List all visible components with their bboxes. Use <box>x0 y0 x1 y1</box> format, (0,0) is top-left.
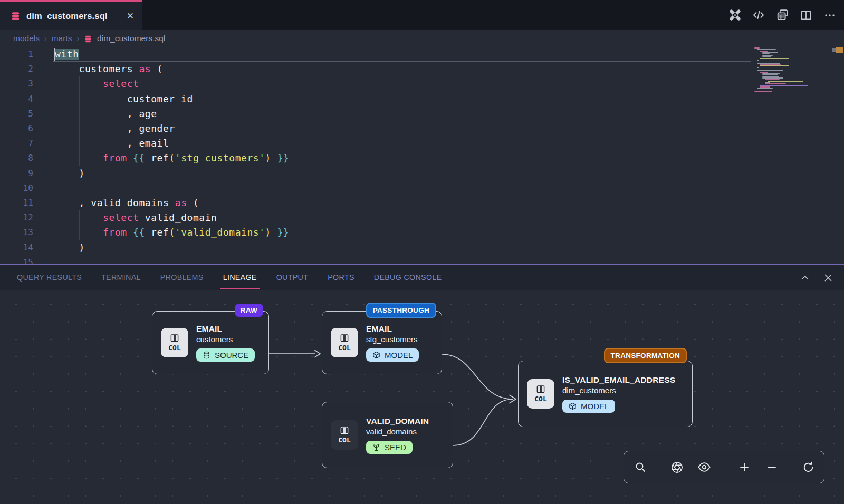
line-number[interactable]: 5 <box>0 106 33 121</box>
refresh-icon[interactable] <box>801 460 816 474</box>
panel-tab-lineage[interactable]: LINEAGE <box>223 265 257 290</box>
search-icon[interactable] <box>633 460 648 474</box>
code-token: as <box>139 63 151 74</box>
line-number[interactable]: 9 <box>0 166 33 181</box>
panel-tab-ports[interactable]: PORTS <box>328 265 354 290</box>
minimap-line <box>762 76 779 77</box>
line-number[interactable]: 14 <box>0 240 33 255</box>
panel-tab-debug-console[interactable]: DEBUG CONSOLE <box>374 265 442 290</box>
code-line[interactable]: customer_id <box>55 92 193 106</box>
minimap-line <box>754 91 772 92</box>
code-line[interactable]: from {{ ref('stg_customers') }} <box>55 151 289 166</box>
table-name: dim_customers <box>562 386 675 395</box>
code-token <box>127 227 133 238</box>
code-token: ref <box>145 227 169 238</box>
minimap-line <box>760 58 789 59</box>
code-line[interactable]: select <box>55 76 139 91</box>
code-icon[interactable] <box>752 8 765 22</box>
query-results-icon[interactable] <box>775 8 789 22</box>
minimap-line <box>754 47 760 49</box>
code-line[interactable]: , email <box>55 136 169 151</box>
code-token: ( <box>187 197 199 208</box>
minimap-line <box>762 77 783 79</box>
code-line[interactable]: select valid_domain <box>55 210 217 225</box>
zoom-in-icon[interactable] <box>737 460 752 474</box>
column-chip: COL <box>161 328 188 357</box>
code-line[interactable]: ) <box>55 240 85 255</box>
panel-tab-output[interactable]: OUTPUT <box>276 265 309 290</box>
code-token: valid_domain <box>139 212 217 223</box>
aperture-icon[interactable] <box>669 460 684 474</box>
column-chip: COL <box>331 328 358 357</box>
breadcrumb-separator: › <box>44 34 47 43</box>
column-name: EMAIL <box>196 324 255 334</box>
lineage-node-valid-domains[interactable]: COL VALID_DOMAIN valid_domains SEED <box>322 402 453 468</box>
code-token: as <box>175 197 187 208</box>
breadcrumb-file[interactable]: dim_customers.sql <box>97 34 165 43</box>
line-number[interactable]: 8 <box>0 151 33 166</box>
more-actions-icon[interactable] <box>823 8 837 22</box>
line-number[interactable]: 10 <box>0 181 33 196</box>
chip-label: COL <box>338 344 350 352</box>
lineage-node-customers[interactable]: RAW COL EMAIL customers SOURCE <box>152 311 269 374</box>
lineage-node-dim-customers[interactable]: TRANSFORMATION COL IS_VALID_EMAIL_ADDRES… <box>518 361 693 427</box>
lineage-toolbar <box>624 451 824 483</box>
code-line[interactable]: , gender <box>55 121 175 136</box>
zoom-out-icon[interactable] <box>764 460 779 474</box>
code-line[interactable]: , age <box>55 106 157 121</box>
code-token: ) <box>55 242 85 253</box>
code-token: ' <box>259 152 265 163</box>
close-icon[interactable] <box>822 272 835 284</box>
code-token: ) <box>265 227 271 238</box>
code-line[interactable]: with <box>55 47 79 62</box>
code-line[interactable]: , valid_domains as ( <box>55 196 199 210</box>
code-token: , age <box>55 108 157 119</box>
line-number[interactable]: 15 <box>0 255 33 264</box>
close-tab-icon[interactable]: ✕ <box>126 11 135 22</box>
code-token: {{ <box>133 152 145 163</box>
line-number[interactable]: 3 <box>0 76 33 91</box>
code-line[interactable]: from {{ ref('valid_domains') }} <box>55 225 289 240</box>
code-line[interactable]: customers as ( <box>55 62 163 76</box>
dbt-icon[interactable] <box>728 8 742 22</box>
line-number[interactable]: 2 <box>0 62 33 76</box>
lineage-canvas[interactable]: RAW COL EMAIL customers SOURCE <box>0 290 844 504</box>
minimap-line <box>760 86 770 88</box>
line-number[interactable]: 4 <box>0 92 33 106</box>
code-token: }} <box>277 152 289 163</box>
column-name: IS_VALID_EMAIL_ADDRESS <box>562 375 675 385</box>
line-number[interactable]: 6 <box>0 121 33 136</box>
code-token: ( <box>169 227 175 238</box>
tab-dim-customers-sql[interactable]: dim_customers.sql ✕ <box>0 0 142 30</box>
column-name: VALID_DOMAIN <box>366 416 429 426</box>
minimap-line <box>757 88 773 89</box>
split-editor-icon[interactable] <box>799 8 813 22</box>
chevron-up-icon[interactable] <box>799 272 811 284</box>
chip-label: COL <box>168 344 180 352</box>
minimap[interactable] <box>751 46 816 264</box>
database-icon <box>84 35 92 43</box>
panel-tab-query-results[interactable]: QUERY RESULTS <box>17 265 82 290</box>
minimap-line <box>762 73 780 74</box>
code-token: select <box>103 78 139 89</box>
panel-tab-terminal[interactable]: TERMINAL <box>101 265 141 290</box>
source-badge: SOURCE <box>196 348 255 362</box>
line-number[interactable]: 13 <box>0 225 33 240</box>
breadcrumb-marts[interactable]: marts <box>52 34 72 43</box>
line-number[interactable]: 12 <box>0 210 33 225</box>
lineage-node-stg-customers[interactable]: PASSTHROUGH COL EMAIL stg_customers MODE… <box>322 311 442 374</box>
line-number[interactable]: 1 <box>0 47 33 62</box>
code-line[interactable]: ) <box>55 166 85 181</box>
code-editor[interactable]: 1with2 customers as (3 select4 customer_… <box>0 46 844 264</box>
eye-icon[interactable] <box>697 460 712 474</box>
minimap-line <box>762 56 771 57</box>
minimap-line <box>768 81 803 82</box>
line-number[interactable]: 7 <box>0 136 33 151</box>
panel-tab-problems[interactable]: PROBLEMS <box>160 265 204 290</box>
code-token <box>271 227 277 238</box>
breadcrumb-models[interactable]: models <box>13 34 40 43</box>
line-number[interactable]: 11 <box>0 196 33 210</box>
panel-tab-bar: QUERY RESULTSTERMINALPROBLEMSLINEAGEOUTP… <box>0 265 844 290</box>
code-token: ) <box>265 152 271 163</box>
code-token: {{ <box>133 227 145 238</box>
